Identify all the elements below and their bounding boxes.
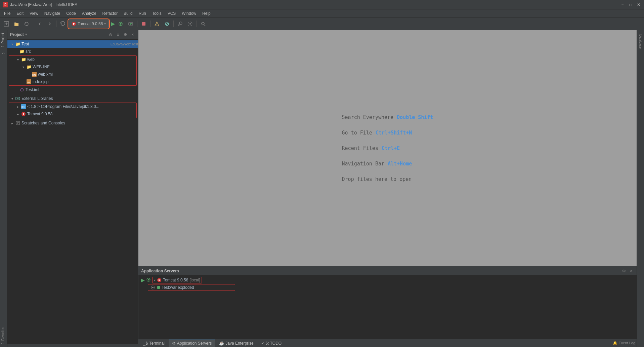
search-everywhere-button[interactable] <box>199 20 208 28</box>
nav-bar-row: Navigation Bar Alt+Home <box>342 161 412 167</box>
bottom-panel-actions: ⚙ × <box>621 268 634 274</box>
tree-item-external-libs[interactable]: External Libraries <box>7 95 138 102</box>
menu-navigate[interactable]: Navigate <box>42 10 63 17</box>
menu-edit[interactable]: Edit <box>14 10 26 17</box>
undo-btn[interactable] <box>58 20 67 28</box>
menu-help[interactable]: Help <box>200 10 213 17</box>
tree-item-webinf[interactable]: 📁 WEB-INF <box>9 63 136 71</box>
server-run-btn[interactable]: ▶ <box>141 277 145 283</box>
menu-tools[interactable]: Tools <box>149 10 164 17</box>
bottom-section: Application Servers ⚙ × ▶ <box>138 266 637 347</box>
app-servers-tab[interactable]: ⚙ Application Servers <box>169 340 215 347</box>
tree-item-tomcat-lib[interactable]: Tomcat 9.0.58 <box>9 110 136 118</box>
forward-btn[interactable] <box>45 20 54 28</box>
minimize-button[interactable]: − <box>620 2 625 7</box>
app-icon: IJ <box>3 2 8 7</box>
deployment-item[interactable]: Test:war exploded <box>148 284 235 291</box>
tree-arrow-web <box>16 57 20 62</box>
bottom-close-btn[interactable]: × <box>629 268 634 274</box>
app-server-row: ▶ Tomcat 9.0.58 [local] <box>141 277 634 283</box>
bottom-panel-title: Application Servers <box>141 269 179 273</box>
menu-analyze[interactable]: Analyze <box>79 10 99 17</box>
event-log-link[interactable]: 🔔 Event Log <box>613 341 635 345</box>
nav-label: Navigation Bar <box>342 161 384 167</box>
menu-file[interactable]: File <box>1 10 13 17</box>
folder-icon-webinf: 📁 <box>26 64 32 70</box>
favorites-tab[interactable]: 2: Favorites <box>0 324 7 347</box>
editor-area[interactable]: Search Everywhere Double Shift Go to Fil… <box>138 30 637 266</box>
bottom-tabs: _$ Terminal ⚙ Application Servers ☕ Java… <box>138 339 637 347</box>
make-button[interactable] <box>163 20 171 28</box>
title-bar: IJ JavaWeb [E:\JavaWeb] - IntelliJ IDEA … <box>0 0 644 9</box>
h-scrollbar[interactable] <box>7 344 138 347</box>
svg-rect-12 <box>142 22 145 26</box>
settings-button[interactable] <box>186 20 195 28</box>
welcome-panel: Search Everywhere Double Shift Go to Fil… <box>342 114 433 182</box>
terminal-tab[interactable]: _$ Terminal <box>140 340 168 347</box>
collapse-all-btn[interactable]: ≡ <box>115 32 121 37</box>
maximize-button[interactable]: □ <box>628 2 633 7</box>
wrench-button[interactable] <box>176 20 184 28</box>
bottom-panel-header: Application Servers ⚙ × <box>138 267 637 275</box>
menu-view[interactable]: View <box>27 10 41 17</box>
menu-refactor[interactable]: Refactor <box>100 10 120 17</box>
back-btn[interactable] <box>35 20 44 28</box>
separator-2 <box>56 21 56 27</box>
svg-rect-9 <box>129 23 133 25</box>
tree-item-webxml[interactable]: xml web.xml <box>9 71 136 78</box>
tree-item-test[interactable]: 📁 Test E:\JavaWeb\Test <box>7 40 138 48</box>
tree-item-jdk[interactable]: jdk < 1.8 > C:\Program Files\Java\jdk1.8… <box>9 103 136 110</box>
todo-tab[interactable]: ✓ 6: TODO <box>258 340 285 347</box>
run-config-dropdown[interactable]: Tomcat 9.0.58 ▾ <box>69 20 109 28</box>
coverage-button[interactable] <box>126 20 135 28</box>
svg-point-37 <box>152 287 154 288</box>
bottom-settings-btn[interactable]: ⚙ <box>621 268 627 274</box>
close-panel-btn[interactable]: × <box>130 32 135 37</box>
server-item[interactable]: Tomcat 9.0.58 [local] <box>152 277 202 283</box>
tree-item-iml[interactable]: ⬡ Test.iml <box>7 86 138 93</box>
svg-text:xml: xml <box>32 74 36 76</box>
tomcat-lib-icon <box>21 111 26 117</box>
menu-run[interactable]: Run <box>136 10 149 17</box>
drop-files-row: Drop files here to open <box>342 176 412 182</box>
external-libs-outline: jdk < 1.8 > C:\Program Files\Java\jdk1.8… <box>9 103 137 118</box>
tree-item-scratches[interactable]: Scratches and Consoles <box>7 119 138 127</box>
sync-btn[interactable] <box>22 20 31 28</box>
close-button[interactable]: ✕ <box>636 2 641 7</box>
search-label: Search Everywhere <box>342 114 394 120</box>
svg-point-15 <box>189 23 191 25</box>
settings-panel-btn[interactable]: ⚙ <box>123 32 128 37</box>
nav-shortcut: Alt+Home <box>388 161 412 167</box>
svg-text:IJ: IJ <box>4 3 6 7</box>
menu-code[interactable]: Code <box>63 10 79 17</box>
project-tab-vertical[interactable]: 1: Project <box>0 30 7 50</box>
server-debug-btn[interactable] <box>146 277 151 283</box>
tree-item-src[interactable]: 📁 src <box>7 48 138 55</box>
java-enterprise-icon: ☕ <box>219 341 224 346</box>
new-project-btn[interactable] <box>2 20 11 28</box>
scratches-icon <box>15 120 20 126</box>
menu-vcs[interactable]: VCS <box>165 10 179 17</box>
toolbar: Tomcat 9.0.58 ▾ ▶ <box>0 17 644 30</box>
locate-file-btn[interactable]: ⊙ <box>108 32 113 37</box>
deployment-label: Test:war exploded <box>162 285 194 290</box>
open-btn[interactable] <box>12 20 21 28</box>
tree-arrow-jdk <box>16 105 20 109</box>
java-enterprise-tab[interactable]: ☕ Java Enterprise <box>216 340 257 347</box>
jdk-icon: jdk <box>21 104 26 109</box>
app-servers-icon: ⚙ <box>172 341 176 346</box>
drop-label: Drop files here to open <box>342 176 412 182</box>
stop-button[interactable] <box>139 20 148 28</box>
separator-1 <box>33 21 33 27</box>
tree-item-web[interactable]: 📁 web <box>9 56 136 63</box>
structure-tab-vertical[interactable]: 2 <box>0 50 7 57</box>
tree-item-indexjsp[interactable]: jsp index.jsp <box>9 78 136 85</box>
panel-header-actions: ⊙ ≡ ⚙ × <box>108 32 135 37</box>
run-button[interactable]: ▶ <box>111 21 115 27</box>
menu-window[interactable]: Window <box>179 10 199 17</box>
menu-build[interactable]: Build <box>121 10 135 17</box>
debug-button[interactable] <box>116 20 125 28</box>
database-tab[interactable]: Database <box>638 32 643 51</box>
main-content: 1: Project 2 2: Favorites Project ▾ ⊙ ≡ … <box>0 30 644 347</box>
build-button[interactable] <box>153 20 161 28</box>
